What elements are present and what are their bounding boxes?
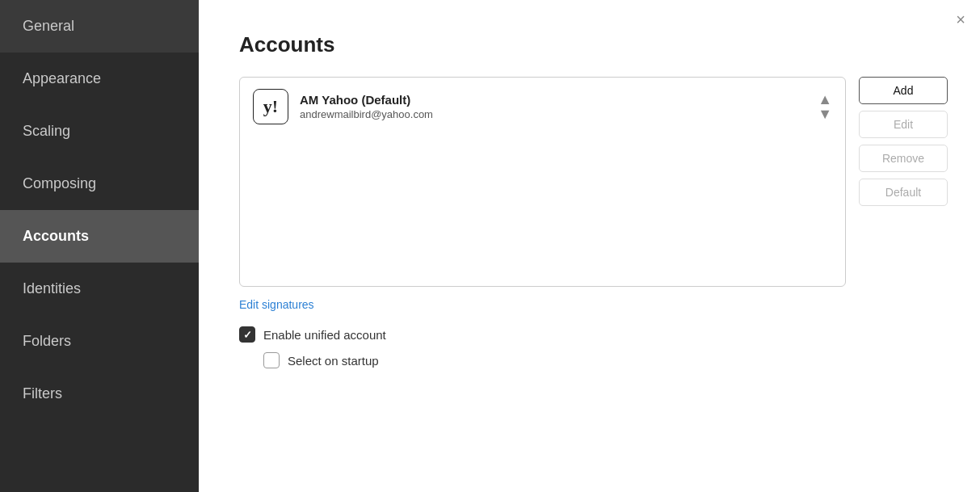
sidebar-item-appearance[interactable]: Appearance [0, 53, 199, 105]
sidebar-item-filters[interactable]: Filters [0, 368, 199, 420]
account-item[interactable]: y! AM Yahoo (Default) andrewmailbird@yah… [240, 78, 845, 136]
main-content: × Accounts y! AM Yahoo (Default) andrewm… [199, 0, 980, 492]
sidebar-item-accounts[interactable]: Accounts [0, 210, 199, 263]
close-button[interactable]: × [956, 11, 965, 27]
add-account-button[interactable]: Add [859, 77, 948, 104]
sidebar-item-scaling[interactable]: Scaling [0, 105, 199, 158]
startup-checkbox[interactable] [263, 352, 280, 368]
account-info: AM Yahoo (Default) andrewmailbird@yahoo.… [300, 93, 818, 120]
default-account-button[interactable]: Default [859, 179, 948, 206]
accounts-list-box: y! AM Yahoo (Default) andrewmailbird@yah… [239, 77, 846, 287]
startup-label: Select on startup [288, 354, 379, 368]
remove-account-button[interactable]: Remove [859, 145, 948, 172]
account-move-button[interactable]: ▲ ▼ [818, 92, 832, 121]
unified-account-label: Enable unified account [263, 328, 386, 342]
unified-account-row: Enable unified account [239, 326, 948, 343]
account-email: andrewmailbird@yahoo.com [300, 108, 818, 120]
edit-signatures-link[interactable]: Edit signatures [239, 298, 314, 311]
sidebar: General Appearance Scaling Composing Acc… [0, 0, 199, 492]
sidebar-item-general[interactable]: General [0, 0, 199, 53]
account-logo-yahoo: y! [253, 89, 288, 124]
sidebar-item-identities[interactable]: Identities [0, 263, 199, 315]
startup-row: Select on startup [263, 352, 948, 368]
sidebar-item-composing[interactable]: Composing [0, 158, 199, 210]
action-buttons-col: Add Edit Remove Default [859, 77, 948, 206]
account-name: AM Yahoo (Default) [300, 93, 818, 107]
edit-account-button[interactable]: Edit [859, 111, 948, 138]
unified-account-checkbox[interactable] [239, 326, 255, 343]
accounts-layout: y! AM Yahoo (Default) andrewmailbird@yah… [239, 77, 948, 287]
sidebar-item-folders[interactable]: Folders [0, 315, 199, 368]
page-title: Accounts [239, 32, 948, 57]
